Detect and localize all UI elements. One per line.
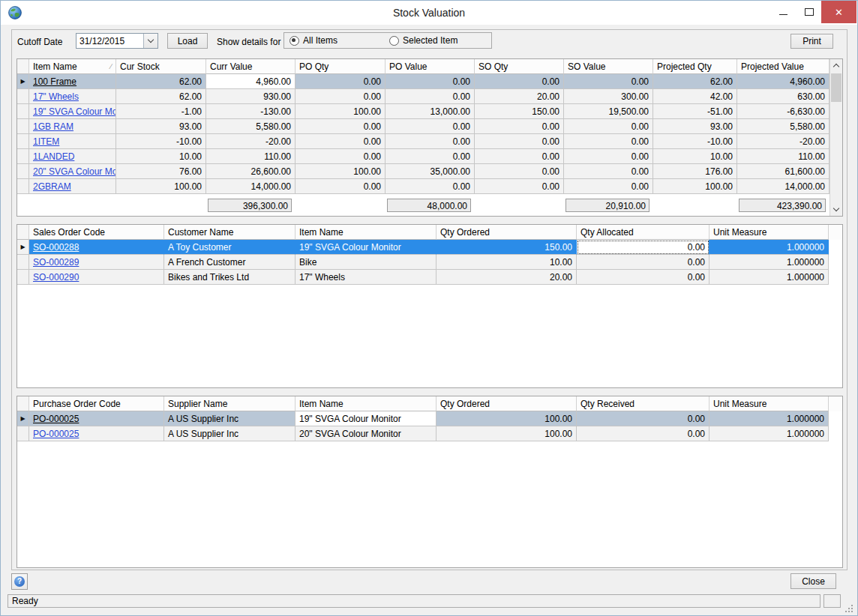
stock-cell-so-qty[interactable]: 0.00 [475,74,564,89]
stock-cell-cur-stock[interactable]: 76.00 [116,164,206,179]
stock-cell-so-qty[interactable]: 0.00 [475,164,564,179]
stock-cell-po-value[interactable]: 13,000.00 [386,104,475,119]
purchase-row-2[interactable]: PO-000025A US Supplier Inc20" SVGA Colou… [17,426,842,441]
stock-column-header-po-value[interactable]: PO Value [386,59,475,74]
stock-column-header-po-qty[interactable]: PO Qty [296,59,386,74]
stock-cell-cur-stock[interactable]: 93.00 [116,119,206,134]
stock-cell-po-qty[interactable]: 0.00 [296,149,386,164]
sales-cell-qty-ordered[interactable]: 150.00 [436,240,577,255]
help-button[interactable]: ? [11,573,28,590]
stock-column-header-so-qty[interactable]: SO Qty [475,59,564,74]
stock-cell-so-qty[interactable]: 0.00 [475,134,564,149]
stock-record-link[interactable]: 1ITEM [33,136,59,147]
stock-column-header-cur-stock[interactable]: Cur Stock [116,59,206,74]
scroll-up-button[interactable] [830,59,842,72]
stock-cell-projected-qty[interactable]: -10.00 [653,134,737,149]
sales-column-header-unit-measure[interactable]: Unit Measure [710,225,829,240]
stock-cell-po-value[interactable]: 0.00 [386,119,475,134]
stock-cell-so-qty[interactable]: 20.00 [475,89,564,104]
stock-row-5[interactable]: 1ITEM-10.00-20.000.000.000.000.00-10.00-… [17,134,842,149]
stock-cell-cur-stock[interactable]: 62.00 [116,89,206,104]
stock-record-link[interactable]: 1GB RAM [33,121,74,132]
stock-record-link[interactable]: 1LANDED [33,151,74,162]
stock-record-link[interactable]: 2GBRAM [33,181,71,192]
purchase-cell-unit-measure[interactable]: 1.000000 [710,411,829,426]
sales-cell-qty-ordered[interactable]: 20.00 [436,270,577,285]
stock-cell-projected-value[interactable]: 110.00 [737,149,830,164]
stock-cell-projected-value[interactable]: 5,580.00 [737,119,830,134]
stock-cell-po-qty[interactable]: 0.00 [296,179,386,194]
stock-column-header-item-name[interactable]: Item Name∕ [29,59,116,74]
stock-cell-po-value[interactable]: 0.00 [386,149,475,164]
load-button[interactable]: Load [167,33,208,49]
stock-cell-projected-qty[interactable]: 10.00 [653,149,737,164]
stock-cell-curr-value[interactable]: 930.00 [206,89,296,104]
sales-link-cell[interactable]: SO-000288 [29,240,164,255]
purchase-row-1[interactable]: ▶PO-000025A US Supplier Inc19" SVGA Colo… [17,411,842,426]
purchase-cell-supplier-name[interactable]: A US Supplier Inc [164,426,296,441]
stock-cell-projected-value[interactable]: 61,600.00 [737,164,830,179]
sales-cell-qty-allocated[interactable]: 0.00 [577,255,710,270]
purchase-cell-item-name[interactable]: 19" SVGA Colour Monitor [296,411,436,426]
stock-link-cell[interactable]: 19" SVGA Colour Mo... [29,104,116,119]
sales-cell-qty-allocated[interactable]: 0.00 [577,240,710,255]
stock-record-link[interactable]: 17" Wheels [33,91,79,102]
stock-cell-po-qty[interactable]: 100.00 [296,104,386,119]
sales-cell-customer-name[interactable]: A French Customer [164,255,296,270]
sales-column-header-sales-order-code[interactable]: Sales Order Code [29,225,164,240]
stock-cell-po-value[interactable]: 0.00 [386,134,475,149]
sales-cell-customer-name[interactable]: Bikes and Trikes Ltd [164,270,296,285]
close-window-button[interactable]: ✕ [821,1,856,23]
purchase-link-cell[interactable]: PO-000025 [29,426,164,441]
stock-cell-cur-stock[interactable]: 10.00 [116,149,206,164]
stock-cell-so-qty[interactable]: 0.00 [475,179,564,194]
stock-cell-po-value[interactable]: 0.00 [386,74,475,89]
stock-cell-projected-value[interactable]: 14,000.00 [737,179,830,194]
stock-cell-projected-qty[interactable]: 176.00 [653,164,737,179]
stock-row-6[interactable]: 1LANDED10.00110.000.000.000.000.0010.001… [17,149,842,164]
purchase-cell-qty-received[interactable]: 0.00 [577,411,710,426]
stock-record-link[interactable]: 20" SVGA Colour Mo... [33,166,116,177]
minimize-button[interactable] [772,1,794,23]
sales-cell-item-name[interactable]: 19" SVGA Colour Monitor [296,240,436,255]
purchase-cell-qty-ordered[interactable]: 100.00 [436,411,577,426]
stock-cell-po-qty[interactable]: 100.00 [296,164,386,179]
stock-cell-so-qty[interactable]: 0.00 [475,149,564,164]
stock-cell-curr-value[interactable]: 4,960.00 [206,74,296,89]
purchase-record-link[interactable]: PO-000025 [33,429,79,439]
purchase-cell-qty-received[interactable]: 0.00 [577,426,710,441]
stock-link-cell[interactable]: 1LANDED [29,149,116,164]
stock-cell-so-value[interactable]: 0.00 [564,119,653,134]
maximize-button[interactable] [798,1,820,23]
sales-cell-item-name[interactable]: 17" Wheels [296,270,436,285]
titlebar[interactable]: Stock Valuation ✕ [1,1,857,25]
stock-cell-po-value[interactable]: 35,000.00 [386,164,475,179]
stock-cell-cur-stock[interactable]: -1.00 [116,104,206,119]
stock-cell-projected-qty[interactable]: 93.00 [653,119,737,134]
sales-column-header-customer-name[interactable]: Customer Name [164,225,296,240]
sales-column-header-item-name[interactable]: Item Name [296,225,436,240]
radio-all-items[interactable]: All Items [290,35,338,46]
stock-cell-projected-qty[interactable]: 62.00 [653,74,737,89]
stock-cell-so-value[interactable]: 0.00 [564,179,653,194]
close-button[interactable]: Close [790,573,836,589]
sales-row-1[interactable]: ▶SO-000288A Toy Customer19" SVGA Colour … [17,240,842,255]
stock-cell-projected-value[interactable]: -6,630.00 [737,104,830,119]
purchase-cell-supplier-name[interactable]: A US Supplier Inc [164,411,296,426]
sales-row-2[interactable]: SO-000289A French CustomerBike10.000.001… [17,255,842,270]
stock-cell-po-qty[interactable]: 0.00 [296,89,386,104]
sales-cell-customer-name[interactable]: A Toy Customer [164,240,296,255]
stock-link-cell[interactable]: 100 Frame [29,74,116,89]
stock-cell-curr-value[interactable]: 26,600.00 [206,164,296,179]
stock-cell-po-value[interactable]: 0.00 [386,89,475,104]
stock-cell-so-value[interactable]: 19,500.00 [564,104,653,119]
stock-cell-po-qty[interactable]: 0.00 [296,74,386,89]
stock-cell-so-value[interactable]: 300.00 [564,89,653,104]
sales-cell-item-name[interactable]: Bike [296,255,436,270]
stock-cell-projected-value[interactable]: -20.00 [737,134,830,149]
stock-cell-projected-value[interactable]: 4,960.00 [737,74,830,89]
stock-column-header-curr-value[interactable]: Curr Value [206,59,296,74]
stock-link-cell[interactable]: 2GBRAM [29,179,116,194]
stock-cell-po-qty[interactable]: 0.00 [296,134,386,149]
purchase-record-link[interactable]: PO-000025 [33,414,79,424]
